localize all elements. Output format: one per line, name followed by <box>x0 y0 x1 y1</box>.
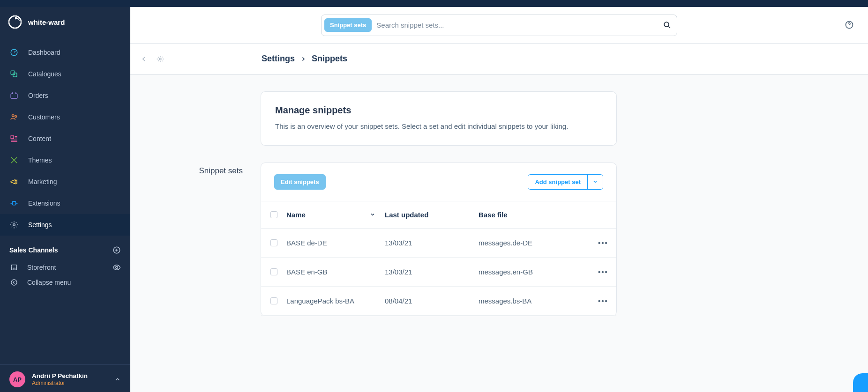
page-settings-icon[interactable] <box>157 55 164 63</box>
cell-base: messages.en-GB <box>479 268 590 276</box>
cell-name: BASE de-DE <box>286 239 385 247</box>
collapse-label: Collapse menu <box>27 279 71 286</box>
back-button[interactable] <box>141 56 147 62</box>
nav-label: Themes <box>28 156 52 164</box>
user-name: Andrii P Pechatkin <box>32 372 88 380</box>
table-row[interactable]: BASE de-DE 13/03/21 messages.de-DE ••• <box>261 229 616 258</box>
cell-updated: 13/03/21 <box>385 239 479 247</box>
search-scope-chip[interactable]: Snippet sets <box>324 18 372 32</box>
svg-point-12 <box>664 22 669 27</box>
nav-label: Settings <box>28 221 52 229</box>
nav-label: Marketing <box>28 178 57 185</box>
svg-rect-7 <box>12 201 16 205</box>
cell-base: messages.de-DE <box>479 239 590 247</box>
nav-item-content[interactable]: Content <box>0 128 130 149</box>
chat-fab[interactable] <box>853 373 868 392</box>
row-actions-button[interactable]: ••• <box>590 297 616 305</box>
intro-card: Manage snippets This is an overview of y… <box>261 91 617 146</box>
sales-channels-label: Sales Channels <box>9 246 58 254</box>
marketing-icon <box>9 178 19 186</box>
help-icon[interactable] <box>845 20 854 30</box>
avatar: AP <box>9 371 25 387</box>
page-title: Manage snippets <box>275 105 602 116</box>
sort-indicator-icon[interactable] <box>370 212 375 217</box>
nav-item-dashboard[interactable]: Dashboard <box>0 42 130 63</box>
nav-item-marketing[interactable]: Marketing <box>0 171 130 192</box>
main-area: Snippet sets Settings Snippets <box>130 0 868 392</box>
row-checkbox[interactable] <box>270 268 277 275</box>
visibility-icon[interactable] <box>112 263 121 272</box>
nav-label: Extensions <box>28 200 60 207</box>
nav-label: Content <box>28 135 51 142</box>
nav-item-extensions[interactable]: Extensions <box>0 192 130 214</box>
table-row[interactable]: LanguagePack bs-BA 08/04/21 messages.bs-… <box>261 287 616 316</box>
edit-snippets-button[interactable]: Edit snippets <box>274 174 326 190</box>
page-description: This is an overview of your snippet sets… <box>275 121 602 132</box>
add-sales-channel-button[interactable] <box>112 246 121 254</box>
sidebar-header: white-ward <box>0 7 130 39</box>
row-checkbox[interactable] <box>270 297 277 304</box>
nav-item-settings[interactable]: Settings <box>0 214 130 236</box>
select-all-checkbox[interactable] <box>270 211 277 218</box>
search-icon[interactable] <box>663 21 671 29</box>
sidebar: white-ward Dashboard Catalogues Orders C… <box>0 0 130 392</box>
col-header-base[interactable]: Base file <box>479 211 590 219</box>
breadcrumb-parent[interactable]: Settings <box>262 54 295 64</box>
snippet-sets-grid: Name Last updated Base file BASE de-DE <box>261 201 616 316</box>
nav-item-orders[interactable]: Orders <box>0 85 130 106</box>
col-header-updated[interactable]: Last updated <box>385 211 479 219</box>
svg-point-5 <box>15 116 17 118</box>
grid-toolbar: Edit snippets Add snippet set <box>261 163 616 201</box>
table-row[interactable]: BASE en-GB 13/03/21 messages.en-GB ••• <box>261 258 616 287</box>
nav-item-catalogues[interactable]: Catalogues <box>0 63 130 85</box>
content-scroll[interactable]: Manage snippets This is an overview of y… <box>130 74 868 392</box>
row-actions-button[interactable]: ••• <box>590 268 616 276</box>
search-box[interactable]: Snippet sets <box>321 15 677 36</box>
main-nav: Dashboard Catalogues Orders Customers Co… <box>0 39 130 236</box>
top-window-bar <box>0 0 868 7</box>
add-snippet-set-splitbutton: Add snippet set <box>528 174 603 190</box>
svg-point-4 <box>12 115 15 117</box>
nav-label: Customers <box>28 113 60 121</box>
user-meta: Andrii P Pechatkin Administrator <box>32 372 88 387</box>
cell-name: BASE en-GB <box>286 268 385 276</box>
brand-name: white-ward <box>28 18 65 26</box>
channel-item-storefront[interactable]: Storefront <box>0 260 130 275</box>
col-header-name[interactable]: Name <box>286 211 306 219</box>
collapse-menu-button[interactable]: Collapse menu <box>0 275 130 290</box>
sales-channels-heading: Sales Channels <box>0 236 130 260</box>
breadcrumb-row: Settings Snippets <box>130 44 868 74</box>
nav-label: Catalogues <box>28 70 61 78</box>
collapse-icon <box>9 279 19 286</box>
breadcrumb: Settings Snippets <box>262 54 347 64</box>
user-role: Administrator <box>32 380 88 386</box>
customers-icon <box>9 113 19 121</box>
searchbar-wrap: Snippet sets <box>130 7 868 44</box>
snippet-sets-card: Edit snippets Add snippet set <box>261 163 617 316</box>
chevron-right-icon <box>300 56 306 62</box>
cell-base: messages.bs-BA <box>479 297 590 305</box>
row-actions-button[interactable]: ••• <box>590 239 616 247</box>
row-checkbox[interactable] <box>270 239 277 246</box>
orders-icon <box>9 91 19 100</box>
section-label: Snippet sets <box>199 166 243 176</box>
extensions-icon <box>9 199 19 207</box>
svg-point-14 <box>159 58 161 60</box>
svg-point-8 <box>13 224 15 226</box>
add-snippet-set-button[interactable]: Add snippet set <box>528 175 587 189</box>
search-input[interactable] <box>376 21 658 29</box>
cell-updated: 08/04/21 <box>385 297 479 305</box>
themes-icon <box>9 156 19 164</box>
nav-label: Dashboard <box>28 49 60 56</box>
dashboard-icon <box>9 48 19 57</box>
chevron-up-icon <box>114 376 121 383</box>
channel-label: Storefront <box>27 264 56 271</box>
nav-label: Orders <box>28 92 48 99</box>
nav-item-customers[interactable]: Customers <box>0 106 130 128</box>
add-snippet-set-dropdown[interactable] <box>588 175 603 189</box>
settings-icon <box>9 221 19 229</box>
brand-logo <box>8 15 22 29</box>
cell-updated: 13/03/21 <box>385 268 479 276</box>
nav-item-themes[interactable]: Themes <box>0 149 130 171</box>
user-footer[interactable]: AP Andrii P Pechatkin Administrator <box>0 364 130 392</box>
